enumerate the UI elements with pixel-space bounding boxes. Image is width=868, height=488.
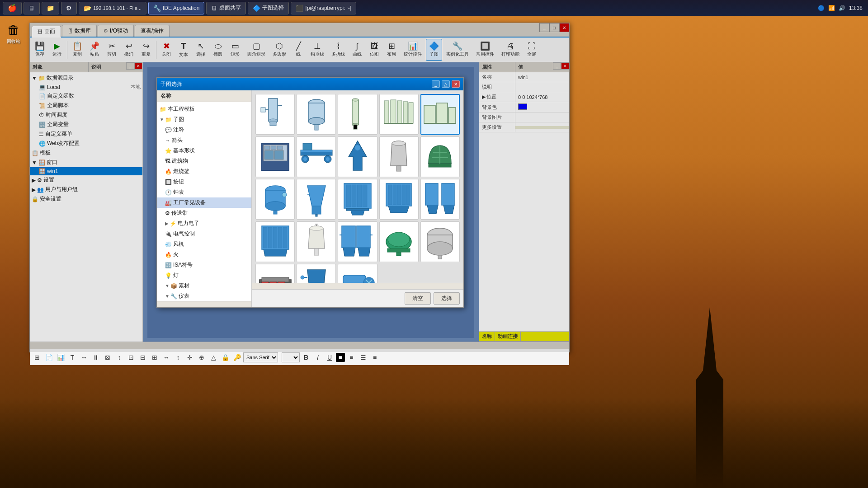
dtree-factory-equip[interactable]: 🏭 工厂常见设备 <box>157 197 251 208</box>
svg-point-76 <box>315 224 318 225</box>
dtree-material[interactable]: ▼ 📦 素材 <box>157 281 251 291</box>
svg-rect-77 <box>342 226 355 248</box>
btm-bold[interactable]: B <box>301 352 311 363</box>
dtree-fan[interactable]: 💨 风机 <box>157 239 251 249</box>
dtree-basic-shape[interactable]: ⭐ 基本形状 <box>157 145 251 156</box>
font-size-select[interactable] <box>282 352 300 362</box>
dtree-factory-label: 工厂常见设备 <box>173 199 206 206</box>
grid-item-15[interactable] <box>420 179 460 220</box>
grid-item-6[interactable] <box>255 136 295 177</box>
dtree-material-icon: 📦 <box>170 283 177 289</box>
dtree-isa[interactable]: 🔣 ISA符号 <box>157 260 251 270</box>
btm-btn-18[interactable]: 🔑 <box>231 352 242 363</box>
dtree-template[interactable]: 📁 本工程模板 <box>157 104 251 114</box>
btm-btn-17[interactable]: 🔒 <box>220 352 231 363</box>
dtree-button[interactable]: 🔲 按钮 <box>157 177 251 187</box>
taskbar-subgraph[interactable]: 🔷 子图选择 <box>248 2 289 14</box>
btm-align-left[interactable]: ≡ <box>346 352 357 363</box>
taskbar-filezilla[interactable]: 📂 192.168.1.101 - File... <box>79 2 146 14</box>
btm-btn-9[interactable]: ⊡ <box>126 352 137 363</box>
dialog-clear-btn[interactable]: 清空 <box>405 292 431 305</box>
dialog-left-scrollbar[interactable] <box>157 301 251 307</box>
svg-point-48 <box>282 192 287 197</box>
grid-item-10[interactable] <box>420 136 460 177</box>
grid-item-18[interactable] <box>338 221 377 262</box>
svg-rect-26 <box>264 146 270 150</box>
recycle-bin[interactable]: 🗑 回收站 <box>7 23 20 45</box>
grid-item-2[interactable] <box>297 94 336 135</box>
dtree-fire[interactable]: 🔥 火 <box>157 249 251 260</box>
dtree-conveyor[interactable]: ⚙ 传送带 <box>157 208 251 218</box>
grid-item-3[interactable] <box>338 94 377 135</box>
dialog-grid[interactable] <box>252 90 463 283</box>
dtree-meter-expand: ▼ <box>165 294 170 299</box>
dtree-annotation[interactable]: 💬 注释 <box>157 125 251 135</box>
btm-btn-15[interactable]: ⊕ <box>196 352 207 363</box>
taskbar-files-icon[interactable]: 📁 <box>42 2 59 14</box>
svg-rect-29 <box>264 150 274 160</box>
grid-item-12[interactable] <box>297 179 336 220</box>
grid-item-4[interactable] <box>379 94 419 135</box>
taskbar-share[interactable]: 🖥 桌面共享 <box>206 2 246 14</box>
dtree-combustion[interactable]: 🔥 燃烧釜 <box>157 166 251 177</box>
grid-item-19[interactable] <box>379 221 419 262</box>
grid-item-16[interactable] <box>255 221 295 262</box>
dtree-material-label: 素材 <box>179 282 189 290</box>
dtree-subgraph-root[interactable]: ▼ 📁 子图 <box>157 114 251 125</box>
btm-btn-14[interactable]: ✛ <box>184 352 195 363</box>
btm-btn-6[interactable]: ⏸ <box>90 352 101 363</box>
svg-rect-68 <box>263 227 267 248</box>
dtree-light[interactable]: 💡 灯 <box>157 270 251 281</box>
dtree-power-elec[interactable]: ▶ ⚡ 电力电子 <box>157 218 251 229</box>
grid-item-11[interactable] <box>255 179 295 220</box>
btm-color[interactable]: ■ <box>336 353 345 362</box>
btm-btn-5[interactable]: ↔ <box>79 352 90 363</box>
grid-item-9[interactable] <box>379 136 419 177</box>
btm-btn-2[interactable]: 📄 <box>43 352 54 363</box>
dialog-select-btn[interactable]: 选择 <box>434 292 460 305</box>
dtree-meter[interactable]: ▼ 🔧 仪表 <box>157 291 251 301</box>
dialog-tree[interactable]: 📁 本工程模板 ▼ 📁 子图 💬 注释 → <box>157 102 251 301</box>
grid-item-14[interactable] <box>379 179 419 220</box>
grid-item-8[interactable] <box>338 136 377 177</box>
taskbar-ide[interactable]: 🔧 IDE Application <box>148 2 204 14</box>
btm-btn-13[interactable]: ↕ <box>173 352 184 363</box>
grid-item-7[interactable] <box>297 136 336 177</box>
svg-point-34 <box>303 157 307 161</box>
dialog-bottom-scrollbar[interactable] <box>252 283 463 289</box>
dtree-arrow[interactable]: → 箭头 <box>157 135 251 145</box>
grid-item-21[interactable] <box>255 264 295 283</box>
btm-btn-1[interactable]: ⊞ <box>32 352 42 363</box>
btm-btn-4[interactable]: T <box>67 352 78 363</box>
dialog-close-btn[interactable]: ✕ <box>452 80 460 88</box>
btm-btn-3[interactable]: 📊 <box>55 352 66 363</box>
btm-align-right[interactable]: ≡ <box>369 352 380 363</box>
btm-underline[interactable]: U <box>324 352 335 363</box>
grid-item-13[interactable] <box>338 179 377 220</box>
grid-item-5[interactable] <box>420 94 460 135</box>
dialog-restore-btn[interactable]: △ <box>442 80 450 88</box>
btm-btn-10[interactable]: ⊟ <box>137 352 148 363</box>
grid-item-23[interactable] <box>338 264 377 283</box>
grid-item-20[interactable] <box>420 221 460 262</box>
taskbar-start[interactable]: 🍎 <box>3 2 22 14</box>
taskbar-desktop-icon[interactable]: 🖥 <box>24 2 40 14</box>
grid-item-17[interactable] <box>297 221 336 262</box>
taskbar-terminal[interactable]: ⬛ [pi@raspberrypi: ~] <box>291 2 356 14</box>
grid-item-1[interactable] <box>255 94 295 135</box>
grid-item-22[interactable] <box>297 264 336 283</box>
btm-italic[interactable]: I <box>312 352 323 363</box>
dtree-buildings[interactable]: 🏗 建筑物 <box>157 156 251 166</box>
font-name-select[interactable]: Sans Serif <box>243 352 278 362</box>
dtree-clock[interactable]: 🕐 钟表 <box>157 187 251 197</box>
btm-btn-12[interactable]: ↔ <box>161 352 172 363</box>
btm-btn-16[interactable]: △ <box>208 352 219 363</box>
btm-btn-11[interactable]: ⊞ <box>149 352 160 363</box>
btm-btn-8[interactable]: ↕ <box>114 352 125 363</box>
dtree-buildings-label: 建筑物 <box>172 157 188 165</box>
btm-align-center[interactable]: ☰ <box>358 352 368 363</box>
btm-btn-7[interactable]: ⊠ <box>102 352 113 363</box>
dialog-minimize-btn[interactable]: _ <box>432 80 440 88</box>
taskbar-settings-icon[interactable]: ⚙ <box>61 2 77 14</box>
dtree-elec-ctrl[interactable]: 🔌 电气控制 <box>157 229 251 239</box>
